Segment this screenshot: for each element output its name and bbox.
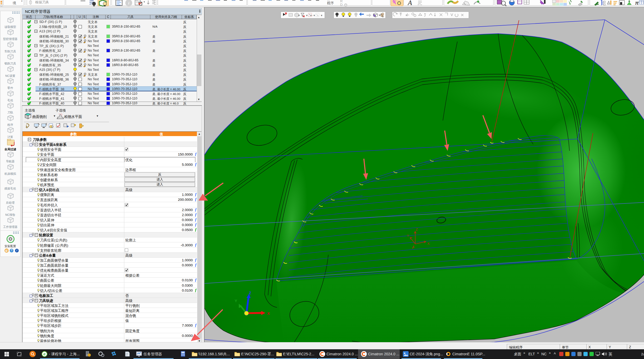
svg-text:▼: ▼ [313, 14, 315, 17]
svg-text:▼: ▼ [306, 14, 308, 17]
svg-text:Y: Y [407, 234, 409, 238]
svg-text:X: X [427, 242, 430, 246]
svg-text:▼: ▼ [378, 14, 381, 17]
svg-text:▼: ▼ [143, 1, 145, 3]
svg-text:▼: ▼ [298, 14, 300, 17]
svg-text:π: π [635, 0, 639, 6]
svg-text:Z: Z [416, 227, 418, 231]
svg-text:X: X [267, 311, 270, 316]
svg-text:Z: Z [249, 291, 251, 295]
svg-text:Y: Y [235, 298, 237, 303]
svg-text:▼: ▼ [320, 14, 323, 17]
